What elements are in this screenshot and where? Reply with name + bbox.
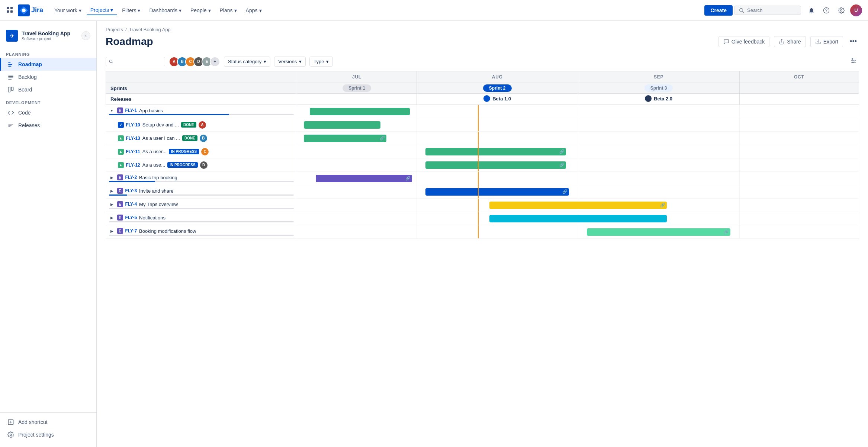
fly12-status: IN PROGRESS xyxy=(167,162,197,168)
grid-icon[interactable] xyxy=(6,6,13,15)
fly4-expand[interactable]: ▶ xyxy=(109,202,115,206)
nav-apps[interactable]: Apps ▾ xyxy=(242,6,266,15)
fly7-expand[interactable]: ▶ xyxy=(109,229,115,233)
search-input[interactable] xyxy=(115,59,162,64)
board-icon xyxy=(7,86,15,93)
top-nav: Jira Your work ▾ Projects ▾ Filters ▾ Da… xyxy=(0,0,868,21)
fly3-expand[interactable]: ▶ xyxy=(109,189,115,193)
sidebar-item-backlog[interactable]: Backlog xyxy=(0,71,96,83)
sidebar-project-settings[interactable]: Project settings xyxy=(0,428,96,441)
sidebar-add-shortcut[interactable]: Add shortcut xyxy=(0,416,96,428)
nav-dashboards[interactable]: Dashboards ▾ xyxy=(145,6,185,15)
fly2-oct xyxy=(739,172,859,185)
fly13-title: As a user I can ... xyxy=(142,135,180,141)
sidebar-item-releases[interactable]: Releases xyxy=(0,119,96,132)
avatar-group: A B C D E + xyxy=(169,57,220,67)
breadcrumb-current[interactable]: Travel Booking App xyxy=(129,27,171,32)
svg-line-7 xyxy=(743,11,744,13)
today-line xyxy=(478,199,479,212)
beta-1-dot xyxy=(483,95,490,102)
top-nav-icons: U xyxy=(806,4,862,16)
fly11-type-icon: ▲ xyxy=(118,149,124,155)
fly5-bar-cont[interactable] xyxy=(579,215,667,222)
fly7-sep: 🔗 xyxy=(578,225,739,239)
fly3-left: ▶ E FLY-3 Invite and share xyxy=(106,185,297,199)
add-avatar-button[interactable]: + xyxy=(210,57,220,67)
give-feedback-label: Give feedback xyxy=(732,39,765,45)
fly2-bar[interactable]: 🔗 xyxy=(316,175,412,182)
fly2-key[interactable]: FLY-2 xyxy=(125,175,137,180)
status-category-filter[interactable]: Status category ▾ xyxy=(224,57,270,67)
sidebar-item-board[interactable]: Board xyxy=(0,83,96,96)
versions-label: Versions xyxy=(278,59,297,64)
search-box[interactable]: Search xyxy=(734,6,801,15)
fly11-status: IN PROGRESS xyxy=(169,149,199,154)
fly1-key[interactable]: FLY-1 xyxy=(125,108,137,113)
fly1-bar[interactable] xyxy=(310,108,410,115)
type-label: Type xyxy=(314,59,324,64)
more-options-button[interactable]: ••• xyxy=(848,35,859,48)
fly5-key[interactable]: FLY-5 xyxy=(125,215,137,220)
fly11-avatar: C xyxy=(201,148,209,155)
fly11-bar[interactable]: 🔗 xyxy=(425,148,566,155)
nav-filters[interactable]: Filters ▾ xyxy=(118,6,144,15)
nav-projects[interactable]: Projects ▾ xyxy=(87,6,117,15)
fly7-key[interactable]: FLY-7 xyxy=(125,228,137,234)
nav-your-work[interactable]: Your work ▾ xyxy=(51,6,85,15)
sidebar: ✈ Travel Booking App Software project ‹ … xyxy=(0,21,97,447)
fly3-key[interactable]: FLY-3 xyxy=(125,188,137,193)
project-info: Travel Booking App Software project xyxy=(22,30,78,41)
fly12-key[interactable]: FLY-12 xyxy=(126,163,140,168)
fly13-key[interactable]: FLY-13 xyxy=(126,136,140,141)
create-button[interactable]: Create xyxy=(704,5,733,16)
notifications-icon[interactable] xyxy=(806,4,817,16)
fly13-status: DONE xyxy=(182,135,197,141)
settings-icon[interactable] xyxy=(835,4,847,16)
fly3-bar[interactable]: 🔗 xyxy=(425,188,569,196)
layout: ✈ Travel Booking App Software project ‹ … xyxy=(0,21,868,447)
fly2-aug xyxy=(417,172,578,185)
beta-1-label: Beta 1.0 xyxy=(492,96,511,102)
breadcrumb-projects[interactable]: Projects xyxy=(106,27,123,32)
fly10-key[interactable]: FLY-10 xyxy=(126,122,140,128)
nav-people[interactable]: People ▾ xyxy=(187,6,215,15)
sprint-2-cell: Sprint 2 xyxy=(417,83,578,94)
fly4-bar-cont[interactable]: 🔗 xyxy=(579,202,667,209)
beta-2-release: Beta 2.0 xyxy=(645,95,672,102)
export-button[interactable]: Export xyxy=(810,36,843,47)
fly4-key[interactable]: FLY-4 xyxy=(125,202,137,207)
sidebar-collapse-button[interactable]: ‹ xyxy=(81,31,90,40)
svg-rect-15 xyxy=(8,78,13,78)
fly10-bar[interactable] xyxy=(304,121,380,129)
sidebar-releases-label: Releases xyxy=(18,122,40,128)
fly11-key[interactable]: FLY-11 xyxy=(126,149,140,154)
fly12-bar[interactable]: 🔗 xyxy=(425,161,566,169)
type-filter[interactable]: Type ▾ xyxy=(309,57,333,67)
fly2-sep xyxy=(578,172,739,185)
fly1-oct xyxy=(739,105,859,118)
give-feedback-button[interactable]: Give feedback xyxy=(718,36,770,47)
project-name: Travel Booking App xyxy=(22,30,78,37)
fly13-bar[interactable]: 🔗 xyxy=(304,135,386,142)
share-button[interactable]: Share xyxy=(774,36,806,47)
fly5-expand[interactable]: ▶ xyxy=(109,216,115,220)
versions-filter[interactable]: Versions ▾ xyxy=(274,57,306,67)
page-title-row: Roadmap Give feedback Share Export ••• xyxy=(106,35,859,48)
app-logo[interactable]: Jira xyxy=(18,4,43,16)
versions-chevron: ▾ xyxy=(299,59,302,64)
fly2-expand[interactable]: ▶ xyxy=(109,176,115,180)
fly7-bar[interactable]: 🔗 xyxy=(587,228,730,236)
search-filter[interactable] xyxy=(106,57,165,66)
fly1-expand[interactable]: ▾ xyxy=(109,109,115,113)
view-settings-button[interactable] xyxy=(848,55,859,68)
share-label: Share xyxy=(787,39,801,45)
nav-plans[interactable]: Plans ▾ xyxy=(216,6,241,15)
sidebar-item-roadmap[interactable]: Roadmap xyxy=(0,58,96,71)
svg-point-30 xyxy=(852,62,853,63)
fly12-oct xyxy=(739,158,859,172)
fly10-type-icon: ✓ xyxy=(118,122,124,128)
project-icon: ✈ xyxy=(6,30,18,42)
user-avatar[interactable]: U xyxy=(850,4,862,16)
sidebar-item-code[interactable]: Code xyxy=(0,106,96,119)
help-icon[interactable] xyxy=(820,4,832,16)
